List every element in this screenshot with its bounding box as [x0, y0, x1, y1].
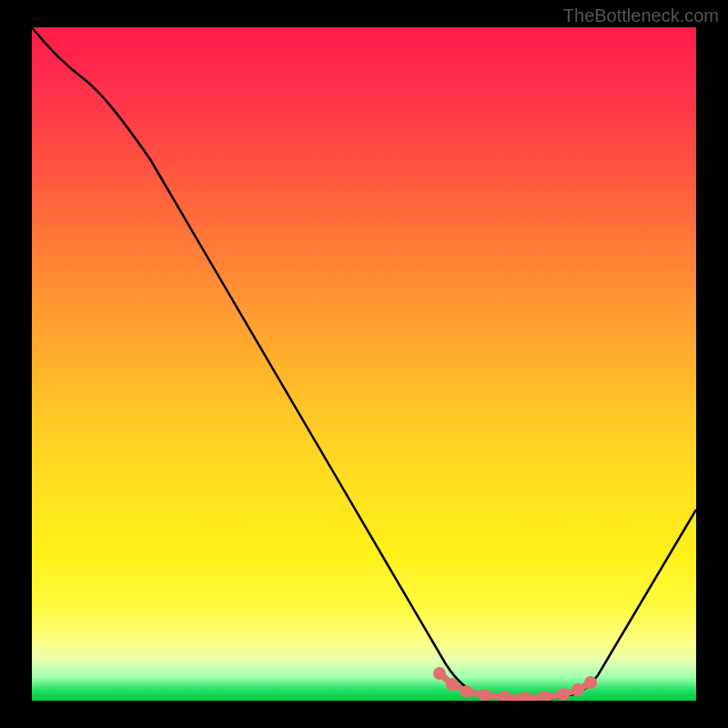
watermark-text: TheBottleneck.com	[563, 5, 719, 26]
plot-area	[32, 27, 696, 701]
chart-svg	[32, 27, 696, 701]
bottleneck-curve-path	[32, 27, 696, 699]
